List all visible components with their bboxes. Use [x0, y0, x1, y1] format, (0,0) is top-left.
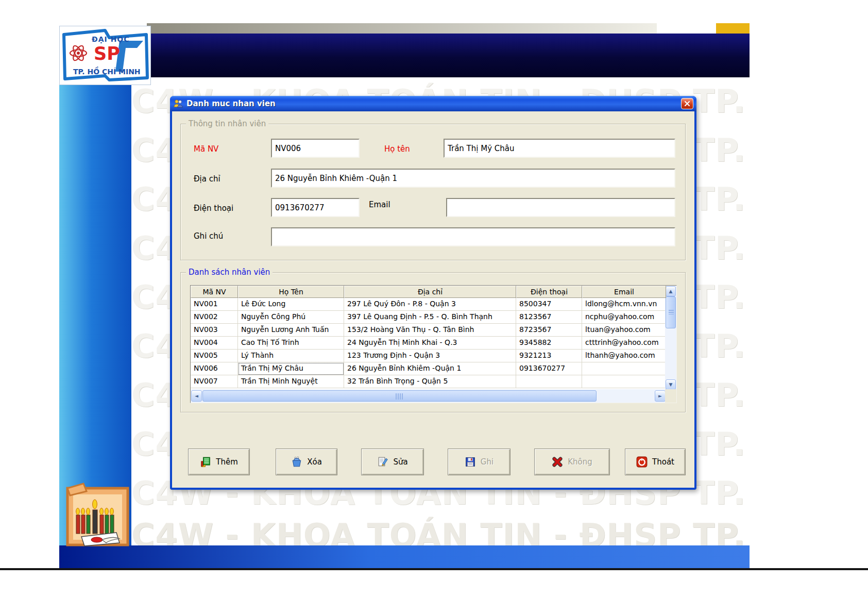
dia-chi-label: Địa chỉ	[194, 174, 220, 184]
add-record-icon	[200, 456, 211, 468]
top-navy-band	[147, 34, 750, 77]
table-cell: 26 Nguyễn Bỉnh Khiêm -Quận 1	[344, 362, 516, 375]
table-cell: 153/2 Hoàng Văn Thụ - Q. Tân Bình	[344, 324, 516, 337]
table-cell: NV006	[191, 362, 238, 375]
ma-nv-input[interactable]	[271, 139, 360, 158]
sua-button[interactable]: Sửa	[361, 449, 424, 475]
table-cell: NV004	[191, 337, 238, 350]
table-cell: 9345882	[516, 337, 582, 350]
scroll-up-button[interactable]: ▲	[666, 286, 676, 296]
khong-button[interactable]: Không	[534, 449, 610, 475]
list-group-title: Danh sách nhân viên	[186, 268, 273, 277]
button-label: Xóa	[307, 457, 322, 467]
email-input[interactable]	[446, 198, 675, 217]
column-header[interactable]: Họ Tên	[238, 286, 344, 298]
table-cell: Nguyễn Lương Anh Tuấn	[238, 324, 344, 337]
column-header[interactable]: Điện thoại	[516, 286, 582, 298]
table-cell: Nguyễn Công Phú	[238, 311, 344, 324]
button-label: Sửa	[393, 457, 407, 467]
exit-icon	[636, 456, 648, 468]
slide: C4W - KHOA TOÁN TIN - ĐHSP TP.HCMC4W - K…	[0, 0, 868, 614]
table-row[interactable]: NV006Trần Thị Mỹ Châu26 Nguyễn Bỉnh Khiê…	[191, 362, 666, 375]
xoa-button[interactable]: Xóa	[276, 449, 337, 475]
dialog-client-area: Thông tin nhân viên Mã NV Họ tên Địa chỉ…	[172, 111, 694, 488]
top-gray-strip	[147, 23, 657, 34]
table-cell	[582, 375, 666, 388]
employee-dialog: Danh muc nhan vien Thông tin nhân viên M…	[170, 96, 696, 490]
table-cell: 0913670277	[516, 362, 582, 375]
table-row[interactable]: NV001Lê Đức Long297 Lê Quý Đôn - P.8 - Q…	[191, 298, 666, 311]
edit-icon	[377, 456, 388, 468]
table-cell: 397 Lê Quang Định - P.5 - Q. Bình Thạnh	[344, 311, 516, 324]
vertical-scroll-thumb[interactable]	[666, 296, 676, 328]
dialog-titlebar[interactable]: Danh muc nhan vien	[170, 96, 696, 111]
ho-ten-label: Họ tên	[384, 144, 410, 154]
table-cell: Trần Thị Mỹ Châu	[238, 362, 344, 375]
table-cell	[582, 362, 666, 375]
table-cell: ctttrinh@yahoo.com	[582, 337, 666, 350]
close-button[interactable]	[681, 98, 693, 109]
logo-line2: SP	[94, 43, 120, 64]
button-label: Thoát	[652, 457, 674, 467]
scroll-left-button[interactable]: ◄	[191, 390, 202, 402]
button-label: Thêm	[216, 457, 238, 467]
table-cell: 297 Lê Quý Đôn - P.8 - Quận 3	[344, 298, 516, 311]
table-cell: 9321213	[516, 350, 582, 362]
candles-clipart	[66, 482, 132, 548]
ghi-chu-input[interactable]	[271, 227, 675, 246]
table-cell: lthanh@yahoo.com	[582, 350, 666, 362]
scroll-down-button[interactable]: ▼	[666, 379, 676, 390]
column-header[interactable]: Mã NV	[191, 286, 238, 298]
ho-ten-input[interactable]	[444, 139, 675, 158]
window-title: Danh muc nhan vien	[186, 99, 276, 108]
cancel-icon	[552, 456, 563, 468]
grid-body: NV001Lê Đức Long297 Lê Quý Đôn - P.8 - Q…	[191, 298, 666, 388]
table-cell: ldlong@hcm.vnn.vn	[582, 298, 666, 311]
bottom-blue-bar	[59, 545, 750, 568]
ma-nv-label: Mã NV	[194, 144, 218, 154]
vertical-scrollbar[interactable]: ▲ ▼	[665, 286, 676, 390]
table-cell: NV003	[191, 324, 238, 337]
table-row[interactable]: NV003Nguyễn Lương Anh Tuấn153/2 Hoàng Vă…	[191, 324, 666, 337]
university-logo: ĐẠI HỌC SP TP. HỒ CHÍ MINH	[59, 26, 151, 85]
table-cell: Cao Thị Tố Trinh	[238, 337, 344, 350]
table-cell	[516, 375, 582, 388]
logo-line1: ĐẠI HỌC	[92, 35, 130, 43]
table-cell: 24 Nguyễn Thị Minh Khai - Q.3	[344, 337, 516, 350]
bottom-rule	[0, 568, 868, 570]
scroll-right-button[interactable]: ►	[655, 390, 666, 402]
email-label: Email	[369, 200, 390, 209]
column-header[interactable]: Email	[582, 286, 666, 298]
table-row[interactable]: NV005Lý Thành123 Trương Định - Quận 3932…	[191, 350, 666, 362]
table-cell: NV005	[191, 350, 238, 362]
table-row[interactable]: NV007Trần Thị Minh Nguyệt32 Trần Bình Tr…	[191, 375, 666, 388]
dien-thoai-label: Điện thoại	[194, 204, 233, 213]
save-icon	[465, 456, 476, 468]
table-cell: Trần Thị Minh Nguyệt	[238, 375, 344, 388]
button-label: Không	[568, 457, 592, 467]
them-button[interactable]: Thêm	[188, 449, 250, 475]
scrollbar-corner	[665, 389, 676, 403]
ghi-button[interactable]: Ghi	[448, 449, 510, 475]
table-cell: 123 Trương Định - Quận 3	[344, 350, 516, 362]
table-cell: 8723567	[516, 324, 582, 337]
list-groupbox: Danh sách nhân viên Mã NVHọ TênĐịa chỉĐi…	[180, 272, 686, 412]
logo-line3: TP. HỒ CHÍ MINH	[73, 68, 141, 76]
dia-chi-input[interactable]	[271, 169, 675, 188]
thoat-button[interactable]: Thoát	[625, 449, 686, 475]
close-icon	[683, 99, 691, 108]
column-header[interactable]: Địa chỉ	[344, 286, 516, 298]
table-cell: 32 Trần Bình Trọng - Quận 5	[344, 375, 516, 388]
table-cell: ltuan@yahoo.com	[582, 324, 666, 337]
dien-thoai-input[interactable]	[271, 198, 360, 217]
table-cell: NV001	[191, 298, 238, 311]
info-group-title: Thông tin nhân viên	[186, 119, 268, 128]
horizontal-scrollbar[interactable]: ◄ ►	[191, 389, 666, 403]
horizontal-scroll-thumb[interactable]	[202, 390, 597, 402]
button-label: Ghi	[481, 457, 493, 467]
table-cell: NV007	[191, 375, 238, 388]
employee-grid: Mã NVHọ TênĐịa chỉĐiện thoạiEmail NV001L…	[190, 285, 677, 403]
table-row[interactable]: NV002Nguyễn Công Phú397 Lê Quang Định - …	[191, 311, 666, 324]
table-row[interactable]: NV004Cao Thị Tố Trinh24 Nguyễn Thị Minh …	[191, 337, 666, 350]
top-yellow-strip	[716, 23, 750, 34]
